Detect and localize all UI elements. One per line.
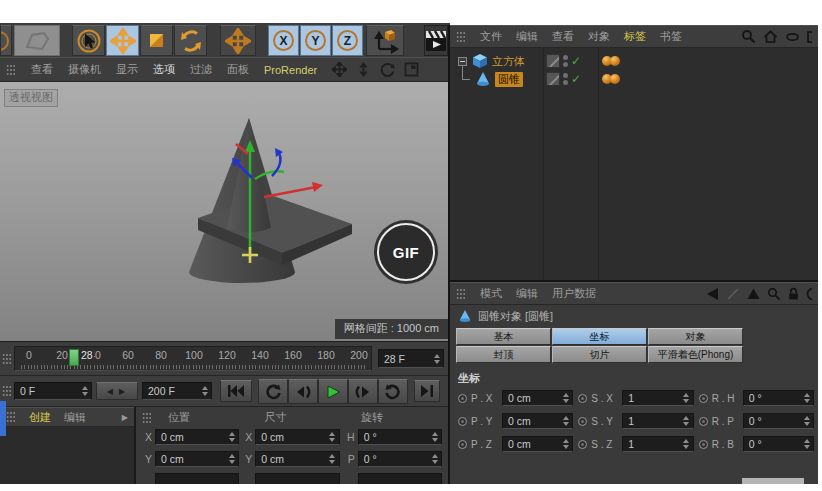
tab-coordinates[interactable]: 坐标 [552, 328, 647, 345]
panel-grip-icon[interactable] [2, 385, 12, 397]
spinner-icon[interactable] [802, 393, 811, 403]
tab-basic[interactable]: 基本 [456, 328, 551, 345]
enabled-check-icon[interactable]: ✓ [571, 72, 581, 86]
up-arrow-icon[interactable] [746, 287, 761, 300]
spinner-icon[interactable] [80, 386, 89, 396]
sy-field[interactable]: 1 [622, 413, 693, 429]
vp-menu-view[interactable]: 查看 [31, 62, 53, 77]
menu-overflow-icon[interactable]: ▶ [122, 413, 128, 422]
vp-menu-filter[interactable]: 过滤 [190, 62, 212, 77]
spinner-icon[interactable] [682, 416, 691, 426]
spinner-icon[interactable] [682, 439, 691, 449]
object-row-cone[interactable]: 圆锥 ✓ [450, 70, 818, 88]
last-used-tool-button[interactable] [220, 25, 256, 56]
object-row-cube[interactable]: 立方体 ✓ [450, 52, 818, 70]
panel-grip-icon[interactable] [456, 31, 466, 43]
pz-field[interactable]: 0 cm [502, 436, 573, 452]
vp-menu-prorender[interactable]: ProRender [264, 64, 317, 76]
keyframe-dot[interactable] [458, 417, 467, 426]
om-menu-bookmarks[interactable]: 书签 [660, 29, 682, 44]
lock-z-axis-button[interactable]: Z [332, 25, 363, 56]
vp-menu-display[interactable]: 显示 [116, 62, 138, 77]
clipped-icon[interactable] [806, 287, 812, 301]
next-frame-button[interactable] [348, 379, 378, 404]
expand-icon[interactable] [458, 57, 467, 66]
lock-x-axis-button[interactable]: X [268, 25, 299, 56]
material-list-area[interactable] [0, 427, 134, 484]
layer-toggle-icon[interactable] [546, 54, 560, 68]
spinner-icon[interactable] [561, 416, 570, 426]
lock-icon[interactable] [787, 287, 800, 301]
timeline-ruler[interactable]: 0 20 40 60 80 100 120 140 160 180 200 28 [14, 346, 372, 371]
move-tool-button[interactable] [106, 25, 139, 56]
render-preview-button[interactable] [424, 25, 448, 56]
vp-menu-panel[interactable]: 面板 [227, 62, 249, 77]
spinner-icon[interactable] [430, 432, 439, 442]
rot-p-field[interactable]: 0 ° [358, 451, 442, 467]
rb-field[interactable]: 0 ° [743, 436, 814, 452]
layer-toggle-icon[interactable] [546, 72, 560, 86]
panel-grip-icon[interactable] [456, 288, 466, 300]
dolly-view-icon[interactable] [356, 62, 371, 77]
clipped-button[interactable] [742, 478, 804, 484]
history-back-icon[interactable] [704, 287, 720, 301]
tab-caps[interactable]: 封顶 [456, 346, 551, 363]
search-icon[interactable] [741, 29, 756, 44]
spinner-icon[interactable] [328, 432, 337, 442]
py-field[interactable]: 0 cm [502, 413, 573, 429]
spinner-icon[interactable] [430, 454, 439, 464]
pos-y-field[interactable]: 0 cm [155, 451, 239, 467]
keyframe-dot[interactable] [458, 440, 467, 449]
clipped-icon[interactable] [807, 30, 812, 44]
scale-tool-button[interactable] [140, 25, 173, 56]
toggle-view-icon[interactable] [404, 62, 419, 77]
spinner-icon[interactable] [328, 454, 337, 464]
rotate-view-icon[interactable] [380, 62, 395, 77]
panel-grip-icon[interactable] [6, 411, 16, 423]
pan-view-icon[interactable] [332, 62, 347, 77]
tag-icon[interactable] [610, 74, 620, 84]
home-icon[interactable] [763, 29, 778, 44]
spinner-icon[interactable] [561, 439, 570, 449]
clipped-field[interactable] [155, 473, 239, 484]
keyframe-dot[interactable] [578, 440, 587, 449]
search-icon[interactable] [767, 287, 781, 301]
vp-menu-options[interactable]: 选项 [153, 62, 175, 77]
rotate-tool-button[interactable] [174, 25, 207, 56]
tab-object[interactable]: 对象 [648, 328, 743, 345]
px-field[interactable]: 0 cm [502, 390, 573, 406]
goto-end-button[interactable] [414, 380, 440, 402]
lock-y-axis-button[interactable]: Y [300, 25, 331, 56]
object-tree[interactable]: 立方体 ✓ [450, 48, 818, 280]
timeline-playhead[interactable] [69, 349, 79, 366]
perspective-viewport[interactable]: 透视视图 网格间距 : 1000 cm GIF [0, 82, 448, 342]
goto-start-button[interactable] [220, 380, 252, 402]
rot-h-field[interactable]: 0 ° [358, 429, 442, 445]
play-button[interactable] [318, 379, 348, 404]
disabled-tool-button[interactable] [14, 25, 60, 56]
om-menu-objects[interactable]: 对象 [588, 29, 610, 44]
om-menu-view[interactable]: 查看 [552, 29, 574, 44]
material-menu-create[interactable]: 创建 [29, 410, 51, 425]
live-selection-tool-button[interactable] [72, 25, 105, 56]
object-name-selected[interactable]: 圆锥 [495, 72, 523, 87]
size-x-field[interactable]: 0 cm [255, 429, 339, 445]
link-icon[interactable] [785, 31, 800, 43]
keyframe-dot[interactable] [699, 440, 708, 449]
panel-grip-icon[interactable] [6, 64, 16, 76]
om-menu-tags[interactable]: 标签 [624, 29, 646, 44]
visibility-dots-icon[interactable] [563, 73, 568, 85]
vp-menu-camera[interactable]: 摄像机 [68, 62, 101, 77]
coordinate-system-button[interactable] [366, 25, 404, 56]
keyframe-dot[interactable] [699, 394, 708, 403]
visibility-dots-icon[interactable] [563, 55, 568, 67]
am-menu-userdata[interactable]: 用户数据 [552, 286, 596, 301]
om-menu-file[interactable]: 文件 [480, 29, 502, 44]
sx-field[interactable]: 1 [622, 390, 693, 406]
clipped-field[interactable] [358, 473, 442, 484]
enabled-check-icon[interactable]: ✓ [571, 54, 581, 68]
tab-slice[interactable]: 切片 [552, 346, 647, 363]
spinner-icon[interactable] [227, 432, 236, 442]
material-menu-edit[interactable]: 编辑 [64, 410, 86, 425]
spinner-icon[interactable] [227, 454, 236, 464]
